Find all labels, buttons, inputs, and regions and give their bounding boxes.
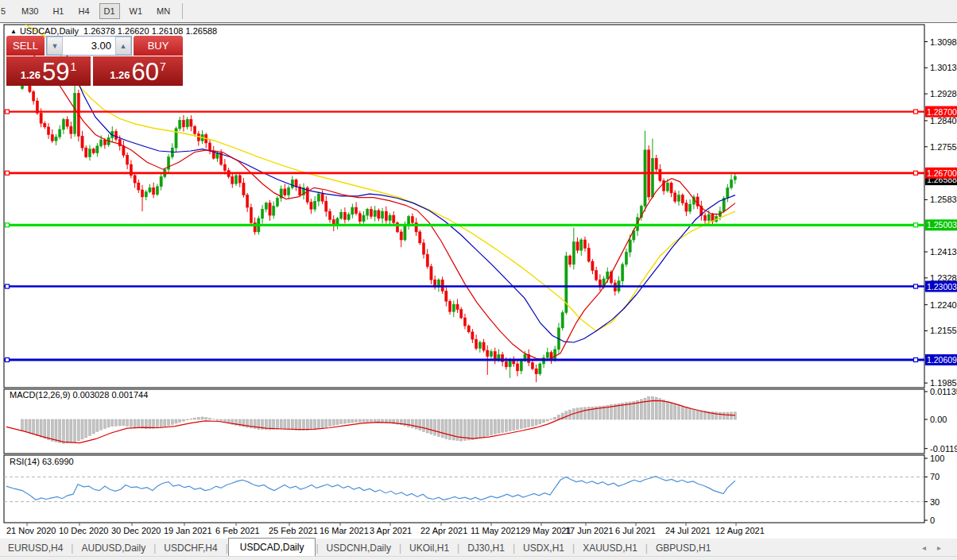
chart-symbol-period: USDCAD,Daily [20, 26, 79, 36]
tab-usdx-h1[interactable]: USDX,H1 [515, 540, 572, 556]
symbol-tabbar: EURUSD,H4|AUDUSD,Daily|USDCHF,H4|USDCAD,… [0, 538, 957, 557]
svg-text:1.28405: 1.28405 [930, 116, 957, 126]
svg-text:24 Jul 2021: 24 Jul 2021 [665, 526, 711, 535]
tab-usdchf-h4[interactable]: USDCHF,H4 [156, 540, 225, 556]
timeframe-button-5[interactable]: 5 [0, 3, 12, 19]
timeframe-button-h1[interactable]: H1 [48, 3, 68, 19]
tab-eurusd-h4[interactable]: EURUSD,H4 [0, 540, 71, 556]
svg-text:10 Dec 2020: 10 Dec 2020 [59, 526, 108, 535]
one-click-trading-panel: SELL ▼ 3.00 ▲ BUY 1.26591 1.26607 [6, 36, 183, 86]
svg-text:100: 100 [930, 454, 944, 463]
tab-scroll-arrows[interactable]: ◂▸ [922, 543, 952, 552]
sell-price-box[interactable]: 1.26591 [6, 56, 91, 86]
timeframe-button-d1[interactable]: D1 [99, 3, 120, 19]
svg-text:0.01135: 0.01135 [930, 387, 957, 396]
svg-text:1.25830: 1.25830 [930, 195, 957, 204]
collapse-arrow-icon[interactable]: ▲ [10, 28, 17, 35]
buy-price-box[interactable]: 1.26607 [93, 56, 183, 86]
price-chip-1.20609: 1.20609 [925, 354, 957, 365]
price-chip-1.26700: 1.26700 [925, 168, 957, 179]
buy-price-main: 60 [132, 60, 159, 84]
svg-text:1.29280: 1.29280 [930, 89, 957, 98]
tab-dj30-h1[interactable]: DJ30,H1 [459, 540, 513, 556]
tab-gbpusd-h1[interactable]: GBPUSD,H1 [648, 540, 719, 556]
price-axis[interactable]: 1.309801.301301.292801.284051.275551.258… [924, 37, 957, 526]
buy-button[interactable]: BUY [134, 36, 183, 56]
sell-price-pip: 1 [71, 60, 77, 73]
hline-handle[interactable] [914, 171, 918, 175]
sell-price-main: 59 [42, 60, 69, 84]
svg-text:1.27555: 1.27555 [930, 142, 957, 152]
svg-text:-0.0119: -0.0119 [930, 444, 957, 454]
svg-text:12 Aug 2021: 12 Aug 2021 [715, 526, 765, 535]
sell-price-prefix: 1.26 [21, 69, 41, 81]
svg-text:25 Feb 2021: 25 Feb 2021 [269, 526, 318, 535]
timeframe-toolbar: 5M30H1H4D1W1MN [0, 0, 957, 22]
timeframe-button-m30[interactable]: M30 [17, 3, 43, 19]
timeframe-button-w1[interactable]: W1 [125, 3, 148, 19]
tab-audusd-daily[interactable]: AUDUSD,Daily [73, 540, 153, 556]
svg-text:1.30130: 1.30130 [930, 63, 957, 72]
hline-handle[interactable] [914, 358, 918, 362]
toolbar-separator [182, 3, 183, 19]
svg-text:21 Nov 2020: 21 Nov 2020 [6, 526, 56, 535]
timeframe-button-mn[interactable]: MN [152, 3, 175, 19]
price-chip-1.28700: 1.28700 [925, 106, 957, 118]
volume-stepper: ▼ 3.00 ▲ [46, 36, 132, 56]
chart-window: 1.309801.301301.292801.284051.275551.258… [0, 22, 957, 539]
macd-indicator-label: MACD(12,26,9) 0.003028 0.001744 [10, 390, 148, 400]
svg-text:3 Apr 2021: 3 Apr 2021 [370, 526, 412, 535]
tab-xauusd-h1[interactable]: XAUUSD,H1 [575, 540, 645, 556]
svg-text:17 Jun 2021: 17 Jun 2021 [565, 526, 614, 535]
hline-handle[interactable] [914, 110, 918, 114]
svg-text:1.25003: 1.25003 [927, 220, 957, 230]
svg-text:70: 70 [930, 472, 940, 481]
buy-price-pip: 7 [160, 60, 166, 73]
svg-text:1.20609: 1.20609 [927, 355, 957, 365]
tab-ukoil-h1[interactable]: UKOil,H1 [401, 540, 457, 556]
hline-handle[interactable] [6, 171, 10, 175]
svg-text:1.23003: 1.23003 [927, 282, 957, 292]
svg-text:6 Feb 2021: 6 Feb 2021 [215, 526, 260, 535]
svg-text:19 Jan 2021: 19 Jan 2021 [164, 526, 212, 535]
price-chip-1.25003: 1.25003 [925, 219, 957, 230]
status-strip [0, 556, 957, 560]
volume-value[interactable]: 3.00 [63, 37, 115, 55]
svg-text:1.26700: 1.26700 [927, 168, 957, 178]
svg-text:11 May 2021: 11 May 2021 [471, 526, 521, 535]
chart-canvas[interactable]: 1.309801.301301.292801.284051.275551.258… [0, 23, 957, 539]
svg-text:1.21555: 1.21555 [930, 326, 957, 335]
hline-handle[interactable] [6, 358, 10, 362]
svg-text:16 Mar 2021: 16 Mar 2021 [320, 526, 369, 535]
tab-usdcad-daily[interactable]: USDCAD,Daily [228, 538, 316, 557]
date-axis[interactable]: 21 Nov 202010 Dec 202030 Dec 202019 Jan … [6, 523, 765, 535]
price-chip-1.23003: 1.23003 [925, 281, 957, 292]
volume-increase-button[interactable]: ▲ [115, 37, 131, 55]
svg-text:1.28700: 1.28700 [927, 107, 957, 117]
svg-text:22 Apr 2021: 22 Apr 2021 [420, 526, 467, 535]
chart-title: ▲USDCAD,Daily 1.26378 1.26620 1.26108 1.… [10, 26, 217, 36]
sell-button[interactable]: SELL [6, 36, 45, 56]
mt4-window: 5M30H1H4D1W1MN 1.309801.301301.292801.28… [0, 0, 957, 560]
hline-handle[interactable] [6, 284, 10, 288]
buy-price-prefix: 1.26 [110, 69, 130, 81]
svg-text:29 May 2021: 29 May 2021 [521, 526, 571, 535]
hline-handle[interactable] [6, 223, 10, 227]
volume-decrease-button[interactable]: ▼ [47, 37, 63, 55]
chart-ohlc-values: 1.26378 1.26620 1.26108 1.26588 [83, 26, 217, 36]
timeframe-button-h4[interactable]: H4 [73, 3, 94, 19]
rsi-indicator-label: RSI(14) 63.6990 [10, 457, 74, 466]
svg-text:0.00: 0.00 [930, 415, 947, 424]
svg-text:30: 30 [930, 497, 940, 507]
hline-handle[interactable] [914, 223, 918, 227]
hline-handle[interactable] [6, 110, 10, 114]
svg-text:0: 0 [930, 516, 935, 525]
svg-text:1.30980: 1.30980 [930, 37, 957, 47]
svg-text:1.24130: 1.24130 [930, 247, 957, 257]
svg-text:6 Jul 2021: 6 Jul 2021 [615, 526, 656, 535]
svg-text:30 Dec 2020: 30 Dec 2020 [111, 526, 161, 535]
svg-text:1.22405: 1.22405 [930, 300, 957, 310]
hline-handle[interactable] [914, 284, 918, 288]
tab-usdcnh-daily[interactable]: USDCNH,Daily [319, 540, 399, 556]
